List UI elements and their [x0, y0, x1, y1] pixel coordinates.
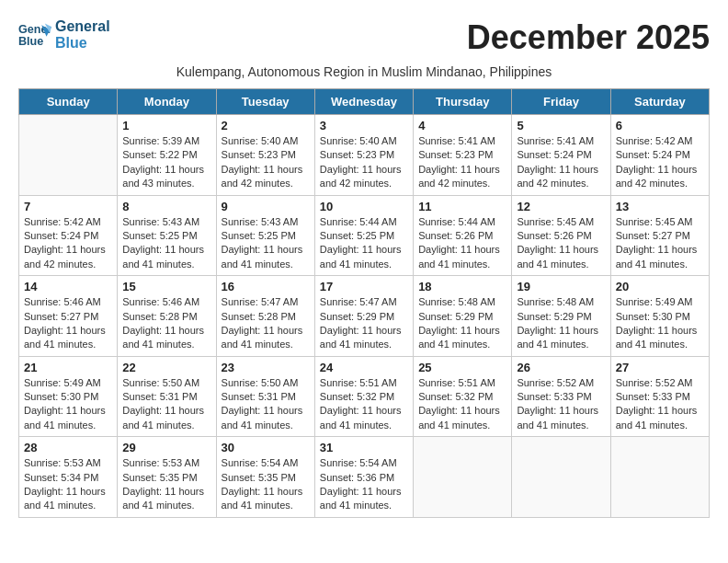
day-number: 21 — [24, 361, 112, 374]
day-number: 13 — [616, 200, 704, 213]
daylight-text: Daylight: 11 hours and 41 minutes. — [320, 485, 408, 513]
daylight-text: Daylight: 11 hours and 42 minutes. — [616, 163, 704, 191]
sunrise-text: Sunrise: 5:41 AM — [517, 134, 605, 148]
daylight-text: Daylight: 11 hours and 42 minutes. — [517, 163, 605, 191]
daylight-text: Daylight: 11 hours and 41 minutes. — [320, 404, 408, 432]
weekday-header-tuesday: Tuesday — [216, 89, 314, 115]
logo: General Blue General Blue — [18, 18, 110, 52]
day-info: Sunrise: 5:39 AMSunset: 5:22 PMDaylight:… — [122, 134, 210, 191]
sunrise-text: Sunrise: 5:49 AM — [24, 376, 112, 390]
daylight-text: Daylight: 11 hours and 41 minutes. — [122, 324, 210, 352]
sunrise-text: Sunrise: 5:45 AM — [517, 215, 605, 229]
daylight-text: Daylight: 11 hours and 41 minutes. — [418, 324, 506, 352]
day-info: Sunrise: 5:45 AMSunset: 5:26 PMDaylight:… — [517, 215, 605, 272]
calendar-cell: 6Sunrise: 5:42 AMSunset: 5:24 PMDaylight… — [610, 115, 709, 196]
calendar-cell: 17Sunrise: 5:47 AMSunset: 5:29 PMDayligh… — [314, 276, 413, 357]
sunrise-text: Sunrise: 5:48 AM — [517, 295, 605, 309]
calendar-cell: 15Sunrise: 5:46 AMSunset: 5:28 PMDayligh… — [118, 276, 216, 357]
weekday-header-sunday: Sunday — [19, 89, 118, 115]
day-number: 20 — [616, 280, 704, 293]
sunset-text: Sunset: 5:22 PM — [122, 148, 210, 162]
sunset-text: Sunset: 5:31 PM — [222, 390, 310, 404]
daylight-text: Daylight: 11 hours and 42 minutes. — [320, 163, 408, 191]
daylight-text: Daylight: 11 hours and 41 minutes. — [122, 243, 210, 271]
weekday-header-wednesday: Wednesday — [314, 89, 413, 115]
sunset-text: Sunset: 5:24 PM — [24, 229, 112, 243]
sunset-text: Sunset: 5:25 PM — [122, 229, 210, 243]
day-info: Sunrise: 5:50 AMSunset: 5:31 PMDaylight:… — [222, 376, 310, 433]
sunrise-text: Sunrise: 5:40 AM — [222, 134, 310, 148]
sunset-text: Sunset: 5:24 PM — [616, 148, 704, 162]
day-number: 14 — [24, 280, 112, 293]
sunset-text: Sunset: 5:32 PM — [320, 390, 408, 404]
sunrise-text: Sunrise: 5:49 AM — [616, 295, 704, 309]
sunset-text: Sunset: 5:23 PM — [222, 148, 310, 162]
day-number: 30 — [222, 441, 310, 454]
daylight-text: Daylight: 11 hours and 41 minutes. — [517, 324, 605, 352]
day-number: 26 — [517, 361, 605, 374]
day-info: Sunrise: 5:43 AMSunset: 5:25 PMDaylight:… — [122, 215, 210, 272]
sunrise-text: Sunrise: 5:54 AM — [222, 456, 310, 470]
sunrise-text: Sunrise: 5:46 AM — [24, 295, 112, 309]
day-info: Sunrise: 5:46 AMSunset: 5:28 PMDaylight:… — [122, 295, 210, 352]
sunrise-text: Sunrise: 5:47 AM — [320, 295, 408, 309]
calendar-cell: 12Sunrise: 5:45 AMSunset: 5:26 PMDayligh… — [512, 195, 610, 276]
day-info: Sunrise: 5:41 AMSunset: 5:23 PMDaylight:… — [418, 134, 506, 191]
day-number: 28 — [24, 441, 112, 454]
calendar-cell: 8Sunrise: 5:43 AMSunset: 5:25 PMDaylight… — [118, 195, 216, 276]
day-info: Sunrise: 5:50 AMSunset: 5:31 PMDaylight:… — [122, 376, 210, 433]
sunrise-text: Sunrise: 5:54 AM — [320, 456, 408, 470]
sunset-text: Sunset: 5:29 PM — [517, 310, 605, 324]
daylight-text: Daylight: 11 hours and 41 minutes. — [222, 243, 310, 271]
sunset-text: Sunset: 5:27 PM — [24, 310, 112, 324]
sunset-text: Sunset: 5:28 PM — [122, 310, 210, 324]
daylight-text: Daylight: 11 hours and 41 minutes. — [517, 404, 605, 432]
sunrise-text: Sunrise: 5:50 AM — [122, 376, 210, 390]
day-number: 12 — [517, 200, 605, 213]
month-title: December 2025 — [467, 18, 710, 57]
sunrise-text: Sunrise: 5:43 AM — [222, 215, 310, 229]
day-info: Sunrise: 5:54 AMSunset: 5:35 PMDaylight:… — [222, 456, 310, 513]
calendar-cell: 18Sunrise: 5:48 AMSunset: 5:29 PMDayligh… — [414, 276, 512, 357]
sunset-text: Sunset: 5:28 PM — [222, 310, 310, 324]
daylight-text: Daylight: 11 hours and 41 minutes. — [122, 404, 210, 432]
daylight-text: Daylight: 11 hours and 41 minutes. — [616, 324, 704, 352]
day-number: 23 — [222, 361, 310, 374]
sunrise-text: Sunrise: 5:52 AM — [517, 376, 605, 390]
daylight-text: Daylight: 11 hours and 41 minutes. — [222, 404, 310, 432]
calendar-cell: 22Sunrise: 5:50 AMSunset: 5:31 PMDayligh… — [118, 356, 216, 437]
day-info: Sunrise: 5:47 AMSunset: 5:29 PMDaylight:… — [320, 295, 408, 352]
sunset-text: Sunset: 5:32 PM — [418, 390, 506, 404]
day-info: Sunrise: 5:53 AMSunset: 5:35 PMDaylight:… — [122, 456, 210, 513]
day-number: 22 — [122, 361, 210, 374]
day-info: Sunrise: 5:44 AMSunset: 5:26 PMDaylight:… — [418, 215, 506, 272]
calendar-cell: 31Sunrise: 5:54 AMSunset: 5:36 PMDayligh… — [314, 437, 413, 518]
day-number: 10 — [320, 200, 408, 213]
weekday-header-saturday: Saturday — [610, 89, 709, 115]
day-info: Sunrise: 5:42 AMSunset: 5:24 PMDaylight:… — [616, 134, 704, 191]
day-info: Sunrise: 5:40 AMSunset: 5:23 PMDaylight:… — [320, 134, 408, 191]
sunset-text: Sunset: 5:30 PM — [616, 310, 704, 324]
day-number: 4 — [418, 119, 506, 132]
day-number: 1 — [122, 119, 210, 132]
daylight-text: Daylight: 11 hours and 43 minutes. — [122, 163, 210, 191]
day-info: Sunrise: 5:43 AMSunset: 5:25 PMDaylight:… — [222, 215, 310, 272]
calendar-cell: 25Sunrise: 5:51 AMSunset: 5:32 PMDayligh… — [414, 356, 512, 437]
calendar-cell — [512, 437, 610, 518]
day-info: Sunrise: 5:48 AMSunset: 5:29 PMDaylight:… — [418, 295, 506, 352]
day-info: Sunrise: 5:41 AMSunset: 5:24 PMDaylight:… — [517, 134, 605, 191]
day-info: Sunrise: 5:42 AMSunset: 5:24 PMDaylight:… — [24, 215, 112, 272]
calendar-cell: 27Sunrise: 5:52 AMSunset: 5:33 PMDayligh… — [610, 356, 709, 437]
daylight-text: Daylight: 11 hours and 41 minutes. — [517, 243, 605, 271]
daylight-text: Daylight: 11 hours and 41 minutes. — [616, 243, 704, 271]
day-number: 27 — [616, 361, 704, 374]
day-number: 25 — [418, 361, 506, 374]
sunrise-text: Sunrise: 5:42 AM — [616, 134, 704, 148]
day-info: Sunrise: 5:48 AMSunset: 5:29 PMDaylight:… — [517, 295, 605, 352]
calendar-cell: 21Sunrise: 5:49 AMSunset: 5:30 PMDayligh… — [19, 356, 118, 437]
sunrise-text: Sunrise: 5:50 AM — [222, 376, 310, 390]
calendar-cell: 16Sunrise: 5:47 AMSunset: 5:28 PMDayligh… — [216, 276, 314, 357]
daylight-text: Daylight: 11 hours and 41 minutes. — [222, 324, 310, 352]
sunrise-text: Sunrise: 5:48 AM — [418, 295, 506, 309]
sunset-text: Sunset: 5:23 PM — [320, 148, 408, 162]
